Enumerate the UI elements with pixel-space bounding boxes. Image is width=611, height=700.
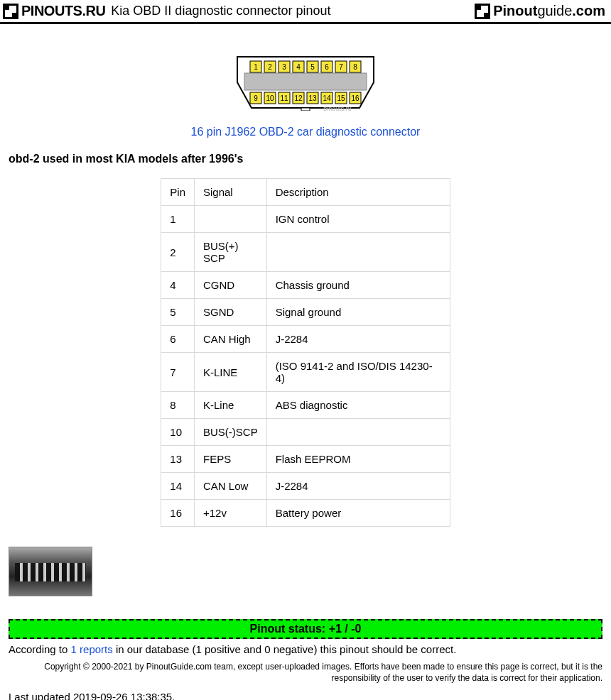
cell-pin: 6 bbox=[161, 326, 195, 353]
cell-desc: Chassis ground bbox=[266, 272, 450, 299]
status-reports-link[interactable]: 1 reports bbox=[71, 643, 113, 655]
svg-text:12: 12 bbox=[294, 94, 303, 102]
header-left: PINOUTS.RU Kia OBD II diagnostic connect… bbox=[3, 3, 331, 19]
header: PINOUTS.RU Kia OBD II diagnostic connect… bbox=[0, 0, 611, 24]
table-row: 10BUS(-)SCP bbox=[161, 419, 450, 446]
connector-diagram-block: 12345678 910111213141516 pinouts.ru 16 p… bbox=[9, 54, 602, 138]
svg-rect-2 bbox=[301, 108, 310, 111]
table-row: 6CAN HighJ-2284 bbox=[161, 326, 450, 353]
cell-pin: 4 bbox=[161, 272, 195, 299]
table-row: 1IGN control bbox=[161, 206, 450, 233]
svg-text:10: 10 bbox=[266, 94, 274, 102]
cell-pin: 1 bbox=[161, 206, 195, 233]
cell-signal: FEPS bbox=[195, 446, 267, 473]
cell-signal: K-Line bbox=[195, 392, 267, 419]
svg-text:9: 9 bbox=[254, 94, 258, 102]
table-row: 13FEPSFlash EEPROM bbox=[161, 446, 450, 473]
cell-signal: CGND bbox=[195, 272, 267, 299]
svg-text:15: 15 bbox=[337, 94, 345, 102]
svg-text:14: 14 bbox=[323, 94, 331, 102]
cell-signal: +12v bbox=[195, 500, 267, 527]
cell-pin: 8 bbox=[161, 392, 195, 419]
cell-desc bbox=[266, 233, 450, 272]
logo-guide-icon bbox=[475, 4, 490, 19]
logo-ru-icon bbox=[3, 4, 18, 19]
th-description: Description bbox=[266, 179, 450, 206]
logo-pinouts-ru[interactable]: PINOUTS.RU bbox=[3, 3, 105, 19]
svg-text:6: 6 bbox=[325, 63, 329, 71]
table-row: 2BUS(+) SCP bbox=[161, 233, 450, 272]
cell-pin: 10 bbox=[161, 419, 195, 446]
cell-signal bbox=[195, 206, 267, 233]
th-pin: Pin bbox=[161, 179, 195, 206]
content: 12345678 910111213141516 pinouts.ru 16 p… bbox=[0, 24, 611, 700]
cell-pin: 14 bbox=[161, 473, 195, 500]
cell-pin: 2 bbox=[161, 233, 195, 272]
logo-guide-tld: .com bbox=[572, 3, 605, 18]
cell-pin: 5 bbox=[161, 299, 195, 326]
cell-pin: 7 bbox=[161, 353, 195, 392]
intro-text: obd-2 used in most KIA models after 1996… bbox=[9, 153, 602, 165]
cell-signal: BUS(-)SCP bbox=[195, 419, 267, 446]
svg-text:7: 7 bbox=[339, 63, 343, 71]
svg-text:5: 5 bbox=[310, 63, 315, 71]
cell-desc bbox=[266, 419, 450, 446]
table-row: 16+12vBattery power bbox=[161, 500, 450, 527]
cell-signal: CAN High bbox=[195, 326, 267, 353]
cell-signal: CAN Low bbox=[195, 473, 267, 500]
svg-text:4: 4 bbox=[296, 63, 301, 71]
svg-text:8: 8 bbox=[353, 63, 357, 71]
table-row: 14CAN LowJ-2284 bbox=[161, 473, 450, 500]
status-text: According to 1 reports in our database (… bbox=[9, 643, 602, 655]
cell-pin: 16 bbox=[161, 500, 195, 527]
cell-signal: K-LINE bbox=[195, 353, 267, 392]
table-row: 4CGNDChassis ground bbox=[161, 272, 450, 299]
pinout-table: Pin Signal Description 1IGN control2BUS(… bbox=[161, 178, 450, 527]
logo-guide-text: Pinoutguide.com bbox=[493, 3, 605, 19]
cell-desc: IGN control bbox=[266, 206, 450, 233]
svg-text:2: 2 bbox=[268, 63, 272, 71]
connector-photo bbox=[9, 547, 92, 596]
cell-pin: 13 bbox=[161, 446, 195, 473]
th-signal: Signal bbox=[195, 179, 267, 206]
svg-text:1: 1 bbox=[254, 63, 258, 71]
last-updated: Last updated 2019-09-26 13:38:35. bbox=[9, 691, 602, 700]
connector-photo-block bbox=[9, 547, 602, 596]
cell-desc: Battery power bbox=[266, 500, 450, 527]
cell-desc: ABS diagnostic bbox=[266, 392, 450, 419]
svg-text:13: 13 bbox=[308, 94, 317, 102]
table-header-row: Pin Signal Description bbox=[161, 179, 450, 206]
page-title: Kia OBD II diagnostic connector pinout bbox=[111, 4, 330, 18]
cell-desc: (ISO 9141-2 and ISO/DIS 14230-4) bbox=[266, 353, 450, 392]
svg-rect-1 bbox=[244, 73, 367, 90]
cell-desc: Flash EEPROM bbox=[266, 446, 450, 473]
diagram-watermark: pinouts.ru bbox=[323, 105, 352, 111]
logo-ru-text: PINOUTS.RU bbox=[21, 3, 105, 19]
status-suffix: in our database (1 positive and 0 negati… bbox=[113, 643, 457, 655]
svg-text:11: 11 bbox=[280, 94, 288, 102]
status-prefix: According to bbox=[9, 643, 71, 655]
logo-pinoutguide[interactable]: Pinoutguide.com bbox=[475, 3, 605, 19]
logo-guide-light: guide bbox=[537, 3, 572, 18]
table-row: 8K-LineABS diagnostic bbox=[161, 392, 450, 419]
cell-signal: BUS(+) SCP bbox=[195, 233, 267, 272]
logo-guide-strong: Pinout bbox=[493, 3, 537, 18]
connector-link[interactable]: 16 pin J1962 OBD-2 car diagnostic connec… bbox=[191, 126, 421, 138]
status-bar: Pinout status: +1 / -0 bbox=[9, 619, 602, 639]
copyright-text: Copyright © 2000-2021 by PinoutGuide.com… bbox=[9, 661, 602, 684]
connector-diagram-icon: 12345678 910111213141516 pinouts.ru bbox=[234, 54, 377, 111]
cell-desc: Signal ground bbox=[266, 299, 450, 326]
svg-text:3: 3 bbox=[282, 63, 286, 71]
cell-desc: J-2284 bbox=[266, 326, 450, 353]
table-row: 7K-LINE(ISO 9141-2 and ISO/DIS 14230-4) bbox=[161, 353, 450, 392]
svg-text:16: 16 bbox=[351, 94, 359, 102]
table-row: 5SGNDSignal ground bbox=[161, 299, 450, 326]
cell-signal: SGND bbox=[195, 299, 267, 326]
cell-desc: J-2284 bbox=[266, 473, 450, 500]
